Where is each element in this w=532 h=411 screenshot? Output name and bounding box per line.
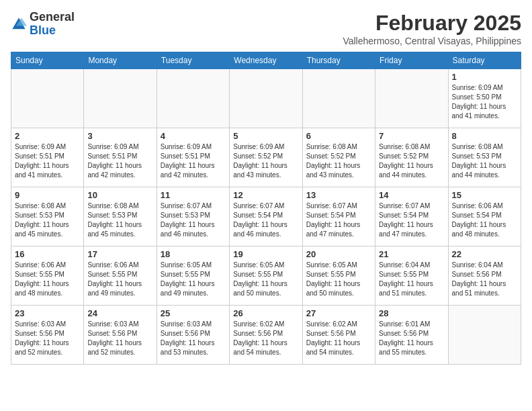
calendar-cell [230,69,302,128]
logo-text: General Blue [30,11,75,38]
calendar-week-row: 23Sunrise: 6:03 AM Sunset: 5:56 PM Dayli… [11,306,521,365]
calendar-week-row: 1Sunrise: 6:09 AM Sunset: 5:50 PM Daylig… [11,69,521,128]
calendar-cell [302,69,375,128]
calendar-cell: 26Sunrise: 6:02 AM Sunset: 5:56 PM Dayli… [230,306,302,365]
weekday-header: Sunday [11,52,84,69]
day-info: Sunrise: 6:06 AM Sunset: 5:55 PM Dayligh… [15,261,80,298]
calendar-header-row: SundayMondayTuesdayWednesdayThursdayFrid… [11,52,521,69]
calendar-cell: 21Sunrise: 6:04 AM Sunset: 5:55 PM Dayli… [375,246,448,306]
day-info: Sunrise: 6:02 AM Sunset: 5:56 PM Dayligh… [306,320,371,357]
day-info: Sunrise: 6:01 AM Sunset: 5:56 PM Dayligh… [379,320,444,357]
day-number: 18 [161,249,226,259]
day-number: 22 [452,249,517,259]
calendar-cell: 20Sunrise: 6:05 AM Sunset: 5:55 PM Dayli… [302,246,375,306]
day-number: 25 [161,308,226,318]
logo: General Blue [11,11,75,38]
calendar-cell: 12Sunrise: 6:07 AM Sunset: 5:54 PM Dayli… [230,187,302,246]
calendar-cell: 28Sunrise: 6:01 AM Sunset: 5:56 PM Dayli… [375,306,448,365]
title-block: February 2025 Vallehermoso, Central Visa… [343,11,521,46]
logo-icon [11,16,27,32]
calendar-cell: 27Sunrise: 6:02 AM Sunset: 5:56 PM Dayli… [302,306,375,365]
calendar-cell [84,69,157,128]
calendar-week-row: 16Sunrise: 6:06 AM Sunset: 5:55 PM Dayli… [11,246,521,306]
calendar-cell: 22Sunrise: 6:04 AM Sunset: 5:56 PM Dayli… [448,246,521,306]
day-info: Sunrise: 6:08 AM Sunset: 5:52 PM Dayligh… [379,142,444,180]
calendar-cell: 7Sunrise: 6:08 AM Sunset: 5:52 PM Daylig… [375,128,448,187]
calendar-cell: 24Sunrise: 6:03 AM Sunset: 5:56 PM Dayli… [84,306,157,365]
calendar-cell: 9Sunrise: 6:08 AM Sunset: 5:53 PM Daylig… [11,187,84,246]
day-number: 1 [452,72,517,82]
calendar-cell: 11Sunrise: 6:07 AM Sunset: 5:53 PM Dayli… [157,187,229,246]
day-number: 23 [15,308,80,318]
weekday-header: Wednesday [230,52,302,69]
weekday-header: Friday [375,52,448,69]
day-number: 20 [306,249,371,259]
calendar-cell: 18Sunrise: 6:05 AM Sunset: 5:55 PM Dayli… [157,246,229,306]
logo-general: General [30,10,75,24]
month-year: February 2025 [343,11,521,36]
day-number: 10 [87,190,152,200]
calendar-cell: 16Sunrise: 6:06 AM Sunset: 5:55 PM Dayli… [11,246,84,306]
calendar-cell: 10Sunrise: 6:08 AM Sunset: 5:53 PM Dayli… [84,187,157,246]
day-number: 16 [15,249,80,259]
day-info: Sunrise: 6:03 AM Sunset: 5:56 PM Dayligh… [161,320,226,357]
day-number: 6 [306,131,371,141]
calendar-cell: 15Sunrise: 6:06 AM Sunset: 5:54 PM Dayli… [448,187,521,246]
calendar-week-row: 2Sunrise: 6:09 AM Sunset: 5:51 PM Daylig… [11,128,521,187]
day-number: 19 [233,249,298,259]
weekday-header: Monday [84,52,157,69]
weekday-header: Thursday [302,52,375,69]
day-number: 14 [379,190,444,200]
day-number: 24 [87,308,152,318]
calendar-cell: 2Sunrise: 6:09 AM Sunset: 5:51 PM Daylig… [11,128,84,187]
day-info: Sunrise: 6:09 AM Sunset: 5:52 PM Dayligh… [233,142,298,180]
day-info: Sunrise: 6:02 AM Sunset: 5:56 PM Dayligh… [233,320,298,357]
calendar-cell: 1Sunrise: 6:09 AM Sunset: 5:50 PM Daylig… [448,69,521,128]
calendar-table: SundayMondayTuesdayWednesdayThursdayFrid… [11,52,521,365]
day-info: Sunrise: 6:08 AM Sunset: 5:53 PM Dayligh… [452,142,517,180]
weekday-header: Saturday [448,52,521,69]
weekday-header: Tuesday [157,52,229,69]
day-info: Sunrise: 6:08 AM Sunset: 5:53 PM Dayligh… [15,201,80,239]
logo-blue: Blue [30,24,56,37]
day-info: Sunrise: 6:08 AM Sunset: 5:53 PM Dayligh… [87,201,152,239]
day-info: Sunrise: 6:09 AM Sunset: 5:51 PM Dayligh… [15,142,80,180]
day-info: Sunrise: 6:06 AM Sunset: 5:55 PM Dayligh… [87,261,152,298]
day-number: 4 [161,131,226,141]
calendar-cell: 5Sunrise: 6:09 AM Sunset: 5:52 PM Daylig… [230,128,302,187]
day-number: 12 [233,190,298,200]
day-info: Sunrise: 6:09 AM Sunset: 5:50 PM Dayligh… [452,83,517,121]
day-number: 26 [233,308,298,318]
calendar-cell [448,306,521,365]
calendar-cell [157,69,229,128]
day-info: Sunrise: 6:05 AM Sunset: 5:55 PM Dayligh… [161,261,226,298]
day-info: Sunrise: 6:07 AM Sunset: 5:54 PM Dayligh… [379,201,444,239]
day-number: 21 [379,249,444,259]
day-number: 13 [306,190,371,200]
day-number: 17 [87,249,152,259]
calendar-cell: 3Sunrise: 6:09 AM Sunset: 5:51 PM Daylig… [84,128,157,187]
day-number: 15 [452,190,517,200]
day-number: 28 [379,308,444,318]
page-header: General Blue February 2025 Vallehermoso,… [11,11,521,46]
calendar-cell: 6Sunrise: 6:08 AM Sunset: 5:52 PM Daylig… [302,128,375,187]
calendar-week-row: 9Sunrise: 6:08 AM Sunset: 5:53 PM Daylig… [11,187,521,246]
calendar-cell [375,69,448,128]
day-info: Sunrise: 6:08 AM Sunset: 5:52 PM Dayligh… [306,142,371,180]
calendar-cell: 17Sunrise: 6:06 AM Sunset: 5:55 PM Dayli… [84,246,157,306]
day-info: Sunrise: 6:07 AM Sunset: 5:54 PM Dayligh… [306,201,371,239]
calendar-cell: 14Sunrise: 6:07 AM Sunset: 5:54 PM Dayli… [375,187,448,246]
day-info: Sunrise: 6:09 AM Sunset: 5:51 PM Dayligh… [161,142,226,180]
day-info: Sunrise: 6:09 AM Sunset: 5:51 PM Dayligh… [87,142,152,180]
calendar-cell: 19Sunrise: 6:05 AM Sunset: 5:55 PM Dayli… [230,246,302,306]
calendar-cell: 8Sunrise: 6:08 AM Sunset: 5:53 PM Daylig… [448,128,521,187]
calendar-cell: 4Sunrise: 6:09 AM Sunset: 5:51 PM Daylig… [157,128,229,187]
day-number: 3 [87,131,152,141]
day-number: 11 [161,190,226,200]
calendar-cell: 23Sunrise: 6:03 AM Sunset: 5:56 PM Dayli… [11,306,84,365]
day-number: 9 [15,190,80,200]
location: Vallehermoso, Central Visayas, Philippin… [343,36,521,46]
day-info: Sunrise: 6:04 AM Sunset: 5:55 PM Dayligh… [379,261,444,298]
day-number: 8 [452,131,517,141]
day-number: 2 [15,131,80,141]
